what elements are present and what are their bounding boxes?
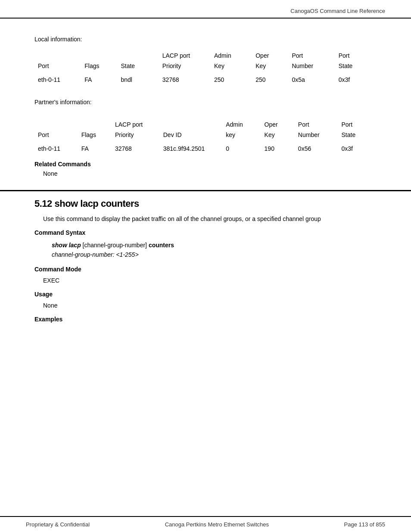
local-th1: [34, 50, 81, 60]
local-sh5: Key: [211, 60, 252, 74]
partner-info-label: Partner's information:: [34, 99, 377, 106]
usage-value: None: [34, 302, 377, 309]
command-syntax-block: show lacp [channel-group-number] counter…: [34, 240, 377, 260]
partner-th6: Oper: [261, 118, 295, 129]
local-th8: Port: [335, 50, 377, 60]
local-sh1: Port: [34, 60, 81, 74]
section-title: show lacp counters: [54, 198, 139, 209]
partner-th2: [78, 118, 112, 129]
partner-th3: LACP port: [112, 118, 160, 129]
local-d3: bndl: [117, 74, 159, 86]
command-mode-value: EXEC: [34, 277, 377, 284]
local-info-table: LACP port Admin Oper Port Port Port Flag…: [34, 50, 377, 86]
partner-d2: FA: [78, 143, 112, 155]
local-sh7: Number: [288, 60, 335, 74]
partner-sh8: State: [338, 129, 377, 143]
partner-th7: Port: [295, 118, 338, 129]
syntax-show-lacp: show lacp: [52, 242, 81, 249]
partner-sh7: Number: [295, 129, 338, 143]
page-container: CanogaOS Command Line Reference Local in…: [0, 0, 411, 532]
local-d6: 250: [252, 74, 288, 86]
main-content: Local information: LACP port Admin Oper …: [0, 19, 411, 186]
local-sh4: Priority: [159, 60, 211, 74]
local-d7: 0x5a: [288, 74, 335, 86]
command-syntax-heading: Command Syntax: [34, 229, 377, 236]
local-data-row: eth-0-11 FA bndl 32768 250 250 0x5a 0x3f: [34, 74, 377, 86]
section-512-description: Use this command to display the packet t…: [34, 215, 377, 222]
partner-sh2: Flags: [78, 129, 112, 143]
footer-right: Page 113 of 855: [344, 521, 385, 528]
syntax-counters: counters: [149, 242, 174, 249]
local-d2: FA: [81, 74, 117, 86]
page-footer: Proprietary & Confidential Canoga Pertki…: [0, 516, 411, 532]
partner-d7: 0x56: [295, 143, 338, 155]
local-subheader-row: Port Flags State Priority Key Key Number…: [34, 60, 377, 74]
partner-subheader-row: Port Flags Priority Dev ID key Key Numbe…: [34, 129, 377, 143]
partner-sh3: Priority: [112, 129, 160, 143]
local-top-header-row: LACP port Admin Oper Port Port: [34, 50, 377, 60]
header-title: CanogaOS Command Line Reference: [290, 8, 385, 14]
local-d8: 0x3f: [335, 74, 377, 86]
partner-sh4: Dev ID: [160, 129, 222, 143]
partner-data-row: eth-0-11 FA 32768 381c.9f94.2501 0 190 0…: [34, 143, 377, 155]
partner-th1: [34, 118, 78, 129]
related-commands-value: None: [34, 170, 377, 177]
examples-heading: Examples: [34, 316, 377, 323]
local-info-label: Local information:: [34, 36, 377, 43]
section-number: 5.12: [34, 198, 52, 209]
local-th6: Oper: [252, 50, 288, 60]
partner-th5: Admin: [222, 118, 261, 129]
related-commands-heading: Related Commands: [34, 161, 377, 168]
partner-th4: [160, 118, 222, 129]
partner-d4: 381c.9f94.2501: [160, 143, 222, 155]
local-sh6: Key: [252, 60, 288, 74]
section-512: 5.12 show lacp counters Use this command…: [0, 191, 411, 336]
syntax-line2: channel-group-number: <1-255>: [52, 250, 377, 259]
usage-heading: Usage: [34, 291, 377, 298]
local-d5: 250: [211, 74, 252, 86]
partner-d1: eth-0-11: [34, 143, 78, 155]
partner-sh5: key: [222, 129, 261, 143]
local-d1: eth-0-11: [34, 74, 81, 86]
footer-left: Proprietary & Confidential: [26, 521, 90, 528]
local-d4: 32768: [159, 74, 211, 86]
local-th2: [81, 50, 117, 60]
local-th3: [117, 50, 159, 60]
partner-d3: 32768: [112, 143, 160, 155]
section-512-heading: 5.12 show lacp counters: [34, 198, 377, 209]
local-th5: Admin: [211, 50, 252, 60]
syntax-line1: show lacp [channel-group-number] counter…: [52, 240, 377, 250]
partner-th8: Port: [338, 118, 377, 129]
partner-sh1: Port: [34, 129, 78, 143]
footer-center: Canoga Pertkins Metro Ethernet Switches: [165, 521, 269, 528]
partner-info-table: LACP port Admin Oper Port Port Port Flag…: [34, 118, 377, 155]
page-header: CanogaOS Command Line Reference: [0, 0, 411, 19]
syntax-bracket: [channel-group-number]: [81, 242, 149, 249]
partner-d6: 190: [261, 143, 295, 155]
partner-top-header-row: LACP port Admin Oper Port Port: [34, 118, 377, 129]
partner-d8: 0x3f: [338, 143, 377, 155]
local-th4: LACP port: [159, 50, 211, 60]
local-th7: Port: [288, 50, 335, 60]
command-mode-heading: Command Mode: [34, 266, 377, 273]
local-sh3: State: [117, 60, 159, 74]
partner-d5: 0: [222, 143, 261, 155]
local-sh2: Flags: [81, 60, 117, 74]
partner-sh6: Key: [261, 129, 295, 143]
local-sh8: State: [335, 60, 377, 74]
